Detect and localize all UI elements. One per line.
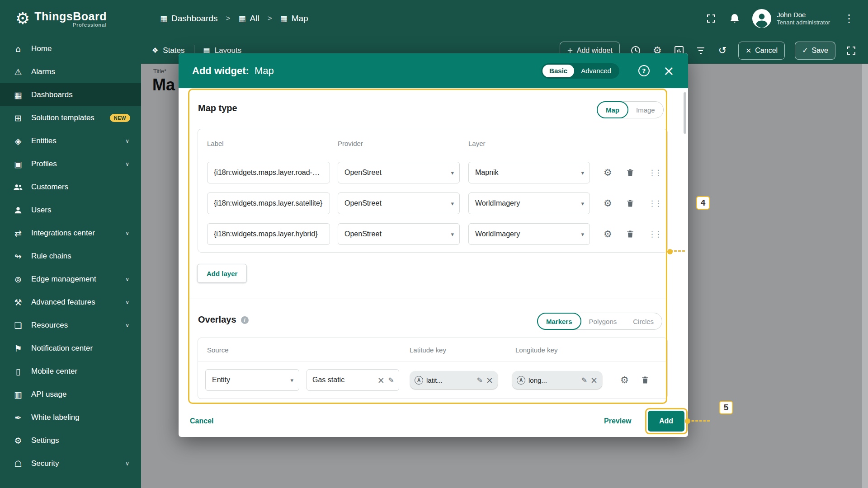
breadcrumb-dashboards[interactable]: ▦ Dashboards: [160, 14, 218, 23]
sidebar-item-settings[interactable]: ⚙ Settings: [0, 429, 141, 452]
breadcrumb-label: Dashboards: [171, 14, 217, 23]
dialog-preview-button[interactable]: Preview: [604, 413, 631, 429]
sidebar-item-dashboards[interactable]: ▦ Dashboards: [0, 83, 141, 106]
sidebar-item-rule-chains[interactable]: ↬ Rule chains: [0, 244, 141, 267]
provider-select[interactable]: OpenStreet ▾: [338, 192, 460, 214]
sidebar-item-label: Home: [31, 44, 52, 53]
sidebar: ⌂ Home ⚠ Alarms ▦ Dashboards ⊞ Solution …: [0, 37, 141, 488]
layer-settings-gear-icon[interactable]: ⚙: [604, 167, 612, 178]
latitude-key-chip[interactable]: A latit... ✎ ×: [410, 371, 498, 389]
top-header: ⚙ ThingsBoard Professional ▦ Dashboards …: [0, 0, 868, 37]
toggle-polygons[interactable]: Polygons: [581, 313, 625, 330]
source-type-select[interactable]: Entity ▾: [205, 369, 299, 391]
layer-settings-gear-icon[interactable]: ⚙: [604, 229, 612, 239]
entity-field[interactable]: Gas static × ✎: [307, 369, 399, 391]
sidebar-item-security[interactable]: ☖ Security ∨: [0, 452, 141, 475]
filters-icon[interactable]: [695, 45, 707, 56]
chevron-down-icon: ▾: [451, 231, 454, 238]
clear-entity-icon[interactable]: ×: [377, 375, 385, 385]
dialog-add-button[interactable]: Add: [648, 411, 684, 432]
provider-select[interactable]: OpenStreet ▾: [338, 223, 460, 245]
breadcrumb-label: Map: [292, 14, 308, 23]
layer-select[interactable]: WorldImagery ▾: [468, 192, 590, 214]
dialog-cancel-button[interactable]: Cancel: [190, 413, 213, 429]
chevron-down-icon: ▾: [581, 169, 584, 176]
brand[interactable]: ⚙ ThingsBoard Professional: [0, 10, 141, 28]
sidebar-item-notification-center[interactable]: ⚑ Notification center: [0, 337, 141, 360]
sidebar-item-users[interactable]: Users: [0, 198, 141, 221]
edit-longitude-pencil-icon[interactable]: ✎: [581, 376, 587, 385]
fullscreen-icon[interactable]: [705, 13, 717, 24]
toggle-markers[interactable]: Markers: [537, 313, 581, 330]
user-menu[interactable]: John Doe Tenant administrator: [752, 9, 830, 28]
sidebar-item-edge-management[interactable]: ⊚ Edge management ∨: [0, 267, 141, 291]
longitude-key-chip[interactable]: A long... ✎ ×: [512, 371, 602, 389]
sidebar-item-solution-templates[interactable]: ⊞ Solution templates NEW: [0, 106, 141, 129]
delete-layer-icon[interactable]: [626, 168, 635, 177]
layer-value: WorldImagery: [475, 199, 520, 207]
sidebar-item-entities[interactable]: ◈ Entities ∨: [0, 129, 141, 152]
cancel-edit-button[interactable]: × Cancel: [738, 42, 785, 60]
edit-latitude-pencil-icon[interactable]: ✎: [477, 376, 483, 385]
delete-layer-icon[interactable]: [626, 230, 635, 239]
content-scrollbar[interactable]: [862, 64, 868, 488]
sidebar-item-label: Mobile center: [31, 367, 77, 376]
source-table-header: Source Latitude key Longitude key: [198, 338, 667, 361]
drag-handle-icon[interactable]: ⋮⋮: [648, 199, 661, 208]
toolbar-fullscreen-icon[interactable]: [845, 45, 857, 56]
sidebar-item-alarms[interactable]: ⚠ Alarms: [0, 60, 141, 83]
sidebar-item-mobile-center[interactable]: ▯ Mobile center: [0, 360, 141, 383]
attribute-icon: A: [415, 376, 423, 385]
close-icon[interactable]: ×: [663, 64, 675, 78]
remove-latitude-icon[interactable]: ×: [486, 375, 493, 385]
provider-select[interactable]: OpenStreet ▾: [338, 162, 460, 183]
sidebar-item-advanced-features[interactable]: ⚒ Advanced features ∨: [0, 291, 141, 314]
drag-handle-icon[interactable]: ⋮⋮: [648, 168, 661, 177]
toggle-image[interactable]: Image: [628, 101, 663, 118]
toggle-circles[interactable]: Circles: [625, 313, 662, 330]
provider-value: OpenStreet: [344, 199, 382, 207]
layer-label-input[interactable]: [207, 192, 330, 214]
dialog-title-widget-name: Map: [255, 65, 274, 77]
tab-basic[interactable]: Basic: [542, 65, 574, 77]
layer-select[interactable]: WorldImagery ▾: [468, 223, 590, 245]
sidebar-item-customers[interactable]: Customers: [0, 175, 141, 198]
add-layer-button[interactable]: Add layer: [197, 264, 247, 283]
sidebar-item-label: Users: [31, 206, 51, 215]
drag-handle-icon[interactable]: ⋮⋮: [648, 230, 661, 239]
toggle-map[interactable]: Map: [597, 101, 628, 118]
layer-row: OpenStreet ▾ Mapnik ▾ ⚙ ⋮⋮: [198, 157, 667, 188]
breadcrumb-map[interactable]: ▦ Map: [280, 14, 308, 23]
delete-source-icon[interactable]: [641, 375, 650, 385]
remove-longitude-icon[interactable]: ×: [590, 375, 598, 385]
layer-select[interactable]: Mapnik ▾: [468, 162, 590, 183]
info-icon[interactable]: i: [241, 316, 249, 324]
kebab-menu-icon[interactable]: ⋮: [842, 12, 856, 25]
sidebar-item-api-usage[interactable]: ▥ API usage: [0, 383, 141, 406]
breadcrumb-label: All: [250, 14, 259, 23]
layer-row: OpenStreet ▾ WorldImagery ▾ ⚙ ⋮⋮: [198, 188, 667, 219]
layers-table-header: Label Provider Layer: [198, 129, 667, 157]
source-settings-gear-icon[interactable]: ⚙: [620, 375, 629, 385]
sidebar-item-home[interactable]: ⌂ Home: [0, 37, 141, 60]
notifications-bell-icon[interactable]: [729, 13, 741, 24]
sidebar-item-profiles[interactable]: ▣ Profiles ∨: [0, 152, 141, 175]
layer-label-input[interactable]: [207, 162, 330, 183]
version-control-icon[interactable]: ↺: [717, 45, 728, 56]
help-icon[interactable]: ?: [638, 65, 650, 76]
entity-value: Gas static: [312, 376, 374, 384]
column-header-latitude-key: Latitude key: [410, 346, 446, 353]
sidebar-item-integrations-center[interactable]: ⇄ Integrations center ∨: [0, 221, 141, 244]
edit-entity-pencil-icon[interactable]: ✎: [388, 376, 394, 385]
notification-center-icon: ⚑: [12, 343, 24, 353]
delete-layer-icon[interactable]: [626, 199, 635, 208]
sidebar-item-label: Advanced features: [31, 298, 95, 307]
layer-settings-gear-icon[interactable]: ⚙: [604, 198, 612, 209]
save-button[interactable]: ✓ Save: [795, 42, 835, 60]
sidebar-item-white-labeling[interactable]: ✒ White labeling: [0, 406, 141, 429]
tab-advanced[interactable]: Advanced: [574, 65, 618, 77]
dialog-scrollbar[interactable]: [684, 92, 686, 134]
sidebar-item-resources[interactable]: ❏ Resources ∨: [0, 314, 141, 337]
breadcrumb-all[interactable]: ▦ All: [238, 14, 259, 23]
layer-label-input[interactable]: [207, 223, 330, 245]
